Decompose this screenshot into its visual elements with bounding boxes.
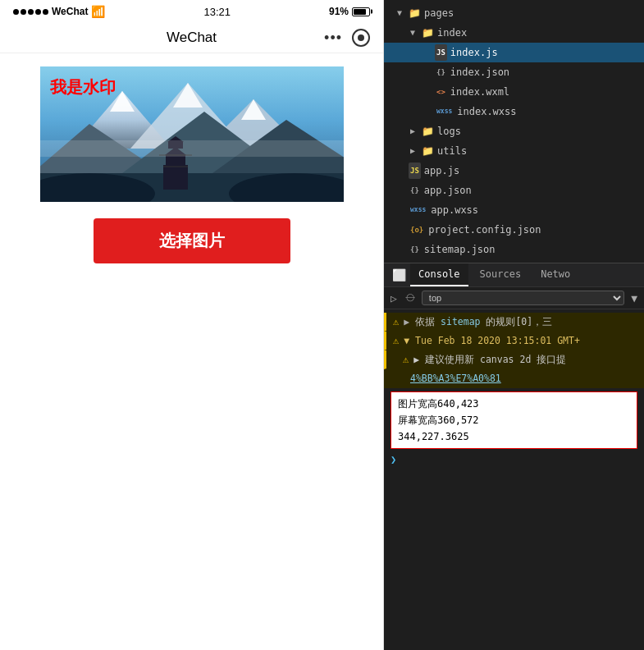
more-icon[interactable]: ••• [324, 30, 342, 47]
signal-dots [13, 9, 48, 15]
log-line-2: 屏幕宽高360,572 [398, 412, 630, 428]
status-left: WeChat 📶 [13, 5, 105, 18]
devtools-tabs: ⬜ Console Sources Netwo [384, 263, 644, 287]
filename-app-json: app.json [424, 182, 472, 199]
tree-item-project-config[interactable]: {o} project.config.json [384, 220, 644, 240]
tab-sources[interactable]: Sources [472, 263, 530, 286]
console-warning-text-1: ▶ 依据 sitemap 的规则[0]，三 [404, 314, 637, 329]
tree-item-index-wxss[interactable]: wxss index.wxss [384, 102, 644, 121]
record-icon-inner [358, 34, 364, 41]
file-tree: 📁 pages 📁 index JS index.js {} index.jso… [384, 0, 644, 263]
arrow-logs [410, 123, 418, 140]
cursor-icon[interactable]: ⬜ [391, 267, 407, 283]
filename-utils: utils [437, 143, 467, 159]
console-pause-btn[interactable]: ⦵ [404, 290, 417, 306]
warning-icon-group: ⚠ [393, 333, 399, 348]
js-icon-app: JS [409, 162, 421, 179]
warning-icon-1: ⚠ [393, 314, 399, 329]
filename-index-wxml: index.wxml [450, 84, 509, 100]
console-log-box: 图片宽高640,423 屏幕宽高360,572 344,227.3625 [391, 391, 637, 449]
tree-item-index-json[interactable]: {} index.json [384, 62, 644, 82]
wifi-icon: 📶 [91, 5, 105, 18]
console-output: ⚠ ▶ 依据 sitemap 的规则[0]，三 ⚠ ▼ Tue Feb 18 2… [384, 309, 644, 650]
tree-item-index-js[interactable]: JS index.js [384, 43, 644, 62]
wxss-icon-index: wxss [435, 103, 454, 120]
folder-icon-index: 📁 [422, 25, 434, 41]
svg-rect-18 [40, 140, 344, 157]
signal-dot-1 [13, 9, 19, 15]
console-context-select[interactable]: top [422, 291, 624, 305]
record-button[interactable] [352, 29, 370, 47]
console-warning-text-2: ▶ 建议使用新 canvas 2d 接口提 [413, 352, 637, 367]
image-area: 我是水印 [40, 66, 344, 202]
js-icon-index: JS [435, 44, 447, 61]
filename-index-wxss: index.wxss [457, 103, 516, 120]
tree-item-index-wxml[interactable]: <> index.wxml [384, 82, 644, 102]
json-icon-index: {} [435, 64, 447, 80]
signal-dot-3 [28, 9, 34, 15]
phone-navbar: WeChat ••• [0, 23, 383, 53]
svg-rect-11 [163, 165, 188, 190]
filename-index-js: index.js [450, 44, 498, 61]
filename-app-wxss: app.wxss [431, 202, 478, 218]
arrow-pages [397, 5, 405, 21]
console-warning-2: ⚠ ▶ 建议使用新 canvas 2d 接口提 [384, 350, 644, 369]
navbar-title: WeChat [167, 30, 217, 46]
svg-rect-12 [166, 155, 185, 167]
devtools-panel: 📁 pages 📁 index JS index.js {} index.jso… [384, 0, 644, 650]
signal-dot-2 [21, 9, 26, 15]
navbar-actions: ••• [324, 29, 370, 47]
tree-item-index-folder[interactable]: 📁 index [384, 23, 644, 43]
folder-icon-logs: 📁 [422, 123, 434, 140]
config-icon-project: {o} [409, 222, 425, 238]
select-image-button[interactable]: 选择图片 [94, 218, 290, 263]
console-link-line: 4%BB%A3%E7%A0%81 [384, 369, 644, 388]
arrow-utils [410, 143, 418, 159]
filename-index-folder: index [437, 25, 467, 41]
battery-icon [352, 7, 370, 16]
filter-icon[interactable]: ▼ [629, 291, 639, 306]
tree-item-app-js[interactable]: JS app.js [384, 161, 644, 181]
tree-item-logs[interactable]: 📁 logs [384, 121, 644, 141]
battery-fill [354, 9, 366, 15]
tree-item-app-json[interactable]: {} app.json [384, 181, 644, 200]
tree-item-app-wxss[interactable]: wxss app.wxss [384, 200, 644, 220]
console-clear-btn[interactable]: ▷ [389, 291, 399, 306]
console-group-text: ▼ Tue Feb 18 2020 13:15:01 GMT+ [404, 333, 637, 348]
battery-percent: 91% [329, 6, 349, 17]
filename-project-config: project.config.json [428, 222, 541, 238]
status-bar: WeChat 📶 13:21 91% [0, 0, 383, 23]
tree-item-pages[interactable]: 📁 pages [384, 3, 644, 23]
json-icon-sitemap: {} [409, 241, 421, 258]
watermark-text: 我是水印 [50, 76, 116, 98]
tree-item-utils[interactable]: 📁 utils [384, 141, 644, 161]
wxml-icon-index: <> [435, 84, 447, 100]
console-toolbar: ▷ ⦵ top ▼ [384, 287, 644, 309]
phone-panel: WeChat 📶 13:21 91% WeChat ••• [0, 0, 384, 650]
status-right: 91% [329, 6, 370, 17]
filename-logs: logs [437, 123, 461, 140]
log-line-1: 图片宽高640,423 [398, 396, 630, 412]
clock: 13:21 [203, 6, 231, 18]
filename-index-json: index.json [450, 64, 509, 80]
folder-icon-pages: 📁 [409, 5, 421, 21]
console-link-text[interactable]: 4%BB%A3%E7%A0%81 [410, 371, 637, 386]
wxss-icon-app: wxss [409, 202, 427, 218]
signal-dot-5 [43, 9, 48, 15]
phone-content: 我是水印 选择图片 [0, 53, 383, 650]
warning-icon-2: ⚠ [403, 352, 409, 367]
log-line-3: 344,227.3625 [398, 428, 630, 445]
json-icon-app: {} [409, 182, 421, 199]
folder-icon-utils: 📁 [422, 143, 434, 159]
console-prompt[interactable]: ❯ [384, 452, 644, 467]
filename-app-js: app.js [424, 162, 459, 179]
tab-network[interactable]: Netwo [532, 263, 578, 286]
signal-dot-4 [35, 9, 41, 15]
console-group-header: ⚠ ▼ Tue Feb 18 2020 13:15:01 GMT+ [384, 332, 644, 350]
arrow-index [410, 25, 418, 41]
tree-item-sitemap[interactable]: {} sitemap.json [384, 240, 644, 259]
console-warning-1: ⚠ ▶ 依据 sitemap 的规则[0]，三 [384, 313, 644, 332]
filename-pages: pages [424, 5, 454, 21]
filename-sitemap: sitemap.json [424, 241, 496, 258]
tab-console[interactable]: Console [410, 263, 468, 286]
